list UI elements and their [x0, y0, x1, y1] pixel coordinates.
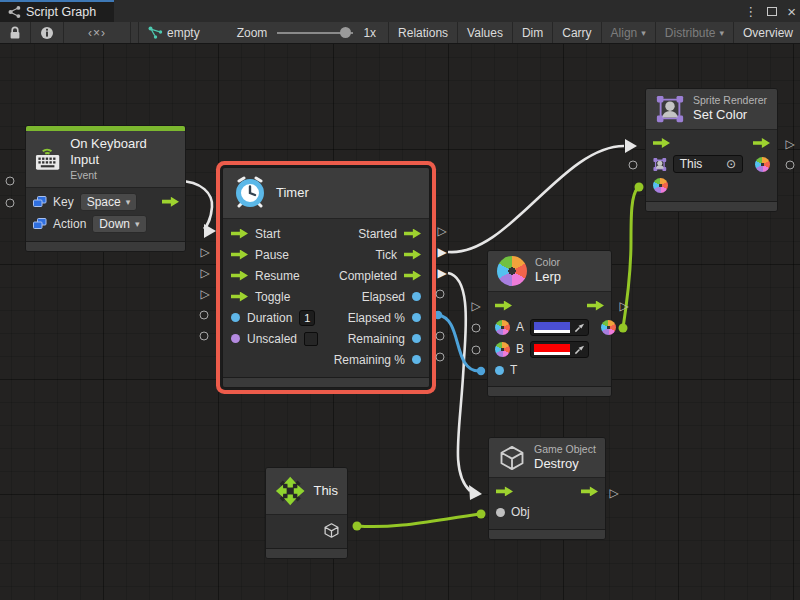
zoom-slider-knob[interactable]	[340, 27, 351, 38]
timer-completed-external-port[interactable]: ▶	[437, 267, 446, 279]
timer-started-port[interactable]	[404, 229, 421, 239]
wire-this-to-obj	[357, 514, 481, 527]
window-close-icon[interactable]: ×	[787, 4, 796, 19]
window-menu-icon[interactable]: ⋮	[744, 5, 757, 18]
color-a-field[interactable]	[530, 319, 589, 336]
setcolor-result-external-port[interactable]	[786, 161, 795, 170]
keyboard-action-external-port[interactable]	[6, 199, 15, 208]
lerp-flow-in-external-port[interactable]: ▷	[471, 300, 480, 312]
target-object-field[interactable]: This ⊙	[673, 155, 743, 173]
node-subtitle: Event	[70, 169, 176, 182]
eyedropper-icon[interactable]	[574, 322, 585, 333]
eyedropper-icon[interactable]	[574, 344, 585, 355]
timer-elapsed-pct-port[interactable]	[412, 313, 421, 322]
lerp-t-port[interactable]	[495, 366, 504, 375]
code-view-button[interactable]: ‹×›	[64, 22, 131, 43]
color-a-swatch[interactable]	[534, 322, 570, 333]
relations-button[interactable]: Relations	[389, 22, 458, 43]
timer-pause-external-port[interactable]: ▷	[200, 246, 209, 258]
timer-unscaled-port[interactable]	[231, 334, 240, 343]
info-icon	[40, 26, 54, 40]
color-port-icon[interactable]	[495, 342, 510, 357]
setcolor-color-in-port[interactable]	[653, 178, 668, 193]
object-picker-icon[interactable]: ⊙	[726, 157, 736, 171]
keyboard-key-external-port[interactable]	[6, 177, 15, 186]
duration-value-field[interactable]: 1	[299, 310, 315, 326]
chevron-down-icon: ▾	[126, 197, 131, 207]
node-on-keyboard-input[interactable]: On Keyboard Input Event Key Space ▾	[25, 125, 186, 252]
timer-resume-port[interactable]	[231, 271, 248, 281]
node-timer[interactable]: Timer Start Started Pause Tick Resume Co…	[222, 167, 430, 388]
timer-tick-port[interactable]	[404, 250, 421, 260]
timer-completed-port[interactable]	[404, 271, 421, 281]
wire-endpoint	[353, 522, 362, 531]
zoom-label: Zoom	[237, 26, 268, 40]
lerp-result-port[interactable]	[601, 320, 616, 335]
game-object-out-port[interactable]	[323, 522, 340, 539]
values-button[interactable]: Values	[458, 22, 513, 43]
destroy-flow-out-port[interactable]	[581, 486, 598, 496]
color-b-swatch[interactable]	[534, 344, 570, 355]
carry-button[interactable]: Carry	[553, 22, 601, 43]
setcolor-flow-out-port[interactable]	[753, 138, 770, 148]
lerp-flow-in-port[interactable]	[495, 301, 512, 311]
unscaled-checkbox[interactable]	[304, 332, 318, 346]
setcolor-result-port[interactable]	[755, 157, 770, 172]
chevron-down-icon: ▾	[719, 28, 724, 38]
timer-pause-port[interactable]	[231, 250, 248, 260]
timer-remaining-pct-port[interactable]	[412, 355, 421, 364]
timer-started-external-port[interactable]: ▷	[437, 225, 446, 237]
action-dropdown[interactable]: Down ▾	[92, 215, 146, 233]
timer-resume-external-port[interactable]: ▷	[200, 267, 209, 279]
key-dropdown[interactable]: Space ▾	[80, 193, 138, 211]
timer-elapsed-external-port[interactable]	[436, 290, 445, 299]
wire-arrowhead	[469, 485, 482, 500]
distribute-button[interactable]: Distribute ▾	[656, 22, 734, 43]
zoom-slider[interactable]	[277, 32, 353, 34]
timer-tick-external-port[interactable]: ▶	[437, 246, 446, 258]
key-label: Key	[53, 195, 74, 209]
keyboard-flow-out-port[interactable]	[162, 197, 179, 207]
enum-icon	[33, 196, 47, 208]
timer-unscaled-external-port[interactable]	[200, 332, 209, 341]
timer-toggle-port[interactable]	[231, 292, 248, 302]
action-label: Action	[53, 217, 86, 231]
destroy-obj-port[interactable]	[496, 508, 505, 517]
lerp-flow-out-port[interactable]	[587, 301, 604, 311]
node-destroy[interactable]: Game Object Destroy Obj	[488, 437, 606, 540]
alarm-clock-icon	[232, 175, 268, 211]
tab-script-graph[interactable]: Script Graph	[0, 0, 114, 22]
timer-duration-external-port[interactable]	[200, 311, 209, 320]
graph-reference[interactable]: empty	[139, 22, 209, 43]
timer-remaining-port[interactable]	[412, 334, 421, 343]
timer-toggle-external-port[interactable]: ▷	[200, 288, 209, 300]
info-button[interactable]	[31, 22, 64, 43]
node-category: Sprite Renderer	[693, 94, 767, 107]
timer-remaining-external-port[interactable]	[436, 332, 445, 341]
lerp-flow-out-external-port[interactable]: ▷	[619, 300, 628, 312]
timer-elapsed-port[interactable]	[412, 292, 421, 301]
node-color-lerp[interactable]: Color Lerp A	[487, 250, 612, 397]
timer-duration-port[interactable]	[231, 313, 240, 322]
lerp-a-external-port[interactable]	[472, 324, 481, 333]
node-set-color[interactable]: Sprite Renderer Set Color This ⊙	[645, 88, 778, 212]
node-title: Timer	[276, 185, 309, 201]
window-maximize-icon[interactable]	[767, 7, 777, 16]
node-this[interactable]: This	[265, 467, 348, 559]
setcolor-target-external-port[interactable]	[629, 161, 638, 170]
setcolor-flow-in-port[interactable]	[653, 138, 670, 148]
timer-remaining-pct-external-port[interactable]	[436, 353, 445, 362]
setcolor-flow-out-external-port[interactable]: ▷	[785, 138, 794, 150]
lock-button[interactable]	[0, 22, 31, 43]
align-button[interactable]: Align ▾	[602, 22, 656, 43]
destroy-flow-in-port[interactable]	[496, 486, 513, 496]
lerp-b-external-port[interactable]	[472, 346, 481, 355]
node-footer	[266, 548, 347, 558]
destroy-flow-out-external-port[interactable]: ▷	[609, 487, 618, 499]
dim-button[interactable]: Dim	[513, 22, 553, 43]
graph-canvas[interactable]: On Keyboard Input Event Key Space ▾	[0, 44, 800, 600]
overview-button[interactable]: Overview	[734, 22, 800, 43]
timer-start-port[interactable]	[231, 229, 248, 239]
color-port-icon[interactable]	[495, 320, 510, 335]
color-b-field[interactable]	[530, 341, 589, 358]
